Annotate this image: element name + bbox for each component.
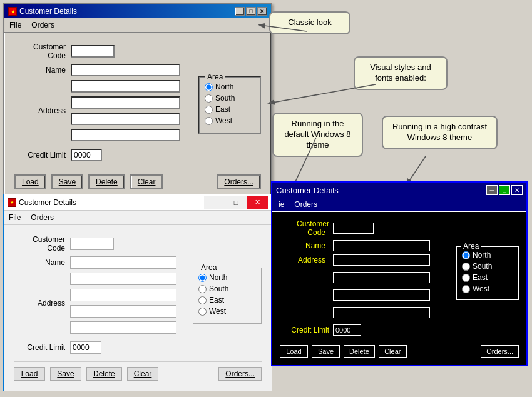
radio-south-input[interactable] (205, 94, 213, 103)
hc-load-button[interactable]: Load (280, 345, 308, 358)
radio-east-input[interactable] (205, 106, 213, 114)
win8-clear-button[interactable]: Clear (127, 367, 159, 381)
win8-minimize-button[interactable]: ─ (204, 196, 225, 209)
close-button[interactable]: ✕ (257, 7, 267, 16)
win8-area-groupbox: Area North South East West (193, 268, 262, 324)
win8-load-button[interactable]: Load (14, 367, 45, 381)
hc-credit-row: Credit Limit (280, 324, 519, 336)
hc-delete-button[interactable]: Delete (344, 345, 375, 358)
address-line1-input[interactable] (71, 80, 180, 93)
win8-area-legend: Area (198, 263, 219, 272)
win8-address-line2[interactable] (70, 289, 176, 301)
name-label: Name (14, 66, 71, 74)
hc-credit-input[interactable] (333, 324, 361, 336)
hc-menubar: ie Orders (272, 198, 526, 212)
credit-limit-label: Credit Limit (14, 151, 71, 159)
win8-credit-input[interactable] (70, 341, 101, 354)
hc-radio-west-input[interactable] (462, 285, 470, 293)
win8-menu-file[interactable]: File (6, 212, 23, 223)
win8-titlebar-left: ★ Customer Details (8, 198, 76, 207)
hc-menu-ie[interactable]: ie (276, 199, 287, 210)
hc-button-bar: Load Save Delete Clear Orders... (280, 341, 519, 360)
hc-radio-east-input[interactable] (462, 274, 470, 282)
hc-titlebar-buttons: ─ □ ✕ (486, 185, 523, 195)
hc-radio-south: South (462, 262, 513, 271)
hc-name-label: Name (305, 241, 329, 250)
hc-customer-code-input[interactable] (333, 223, 374, 234)
classic-menubar: File Orders (4, 18, 271, 33)
hc-address-line3[interactable] (333, 289, 430, 301)
win8-radio-north-input[interactable] (198, 274, 207, 282)
hc-radio-west-label: West (473, 284, 489, 293)
win8-save-button[interactable]: Save (50, 367, 81, 381)
win8-name-input[interactable] (70, 256, 176, 269)
address-label: Address (14, 106, 71, 115)
win8-radio-east-input[interactable] (198, 296, 207, 304)
hc-save-button[interactable]: Save (312, 345, 340, 358)
hc-radio-south-input[interactable] (462, 263, 470, 271)
radio-south: South (205, 94, 255, 103)
win8-radio-south: South (198, 284, 256, 293)
hc-minimize-button[interactable]: ─ (486, 185, 498, 195)
win8-name-row: Name (14, 256, 262, 269)
load-button[interactable]: Load (14, 174, 46, 189)
win8-titlebar-buttons: ─ □ ✕ (204, 196, 268, 209)
win8-customer-code-input[interactable] (70, 238, 114, 250)
hc-menu-orders[interactable]: Orders (292, 199, 320, 210)
menu-file[interactable]: File (7, 19, 24, 31)
win8-radio-west: West (198, 307, 256, 316)
win8-radio-south-input[interactable] (198, 285, 207, 293)
win8-menu-orders[interactable]: Orders (28, 212, 56, 223)
win8-radio-west-input[interactable] (198, 308, 207, 316)
hc-address-line1[interactable] (333, 254, 430, 266)
name-input[interactable] (71, 64, 180, 76)
win8-address-line1[interactable] (70, 273, 176, 285)
radio-north-input[interactable] (205, 83, 213, 91)
address-line4-input[interactable] (71, 129, 180, 141)
customer-code-row: Customer Code (14, 43, 261, 60)
radio-east-label: East (215, 105, 230, 114)
minimize-button[interactable]: _ (235, 7, 245, 16)
radio-west: West (205, 116, 255, 125)
radio-east: East (205, 105, 255, 114)
menu-orders[interactable]: Orders (29, 19, 57, 31)
classic-window-title: Customer Details (19, 7, 77, 16)
win8-window-title: Customer Details (19, 198, 76, 207)
orders-button[interactable]: Orders... (217, 174, 261, 189)
hc-name-input[interactable] (333, 240, 430, 251)
hc-address-line4[interactable] (333, 307, 430, 318)
win8-orders-button[interactable]: Orders... (218, 367, 262, 381)
win8-menubar: File Orders (4, 211, 272, 225)
hc-clear-button[interactable]: Clear (379, 345, 407, 358)
win8-radio-north: North (198, 273, 256, 282)
hc-radio-north-input[interactable] (462, 251, 470, 259)
win8-maximize-button[interactable]: □ (225, 196, 247, 209)
win8-address-line3[interactable] (70, 305, 176, 318)
save-button[interactable]: Save (51, 174, 83, 189)
radio-north: North (205, 83, 255, 91)
hc-address-label: Address (298, 256, 329, 264)
delete-button[interactable]: Delete (88, 174, 125, 189)
credit-limit-input[interactable] (71, 149, 102, 161)
callout-visual: Visual styles and fonts enabled: (354, 56, 448, 90)
win8-customer-code-label: Customer Code (14, 235, 70, 253)
hc-address-line2[interactable] (333, 272, 430, 283)
win8-address-line4[interactable] (70, 321, 176, 334)
hc-radio-east: East (462, 273, 513, 282)
customer-code-input[interactable] (71, 45, 115, 58)
hc-close-button[interactable]: ✕ (511, 185, 523, 195)
win8-delete-button[interactable]: Delete (86, 367, 122, 381)
hc-radio-south-label: South (473, 262, 492, 271)
callout-default-text: Running in the default Windows 8 theme (284, 119, 350, 149)
win8-close-button[interactable]: ✕ (247, 196, 268, 209)
callout-default-theme: Running in the default Windows 8 theme (272, 113, 363, 157)
address-line2-input[interactable] (71, 96, 180, 109)
address-line3-input[interactable] (71, 113, 180, 125)
maximize-button[interactable]: □ (246, 7, 256, 16)
win8-radio-south-label: South (209, 284, 228, 293)
radio-west-input[interactable] (205, 117, 213, 125)
hc-orders-button[interactable]: Orders... (481, 345, 519, 358)
clear-button[interactable]: Clear (130, 174, 163, 189)
hc-maximize-button[interactable]: □ (499, 185, 510, 195)
app-icon: ★ (8, 7, 17, 16)
